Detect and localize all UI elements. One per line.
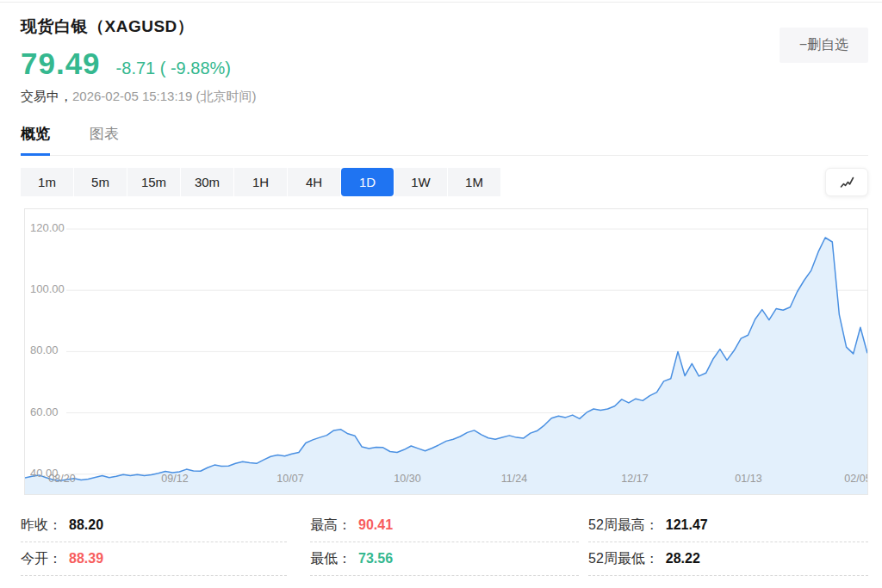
stat-52w-high: 52周最高： 121.47 — [588, 509, 868, 542]
x-axis-label: 10/07 — [276, 473, 303, 485]
y-axis-label: 100.00 — [30, 282, 65, 295]
period-button-5m[interactable]: 5m — [74, 168, 127, 196]
stat-day-low: 最低： 73.56 — [310, 542, 579, 576]
last-price: 79.49 — [21, 46, 101, 81]
period-button-4H[interactable]: 4H — [288, 168, 340, 196]
trading-status: 交易中， — [21, 89, 72, 103]
period-button-1M[interactable]: 1M — [448, 168, 500, 196]
remove-watchlist-button[interactable]: −删自选 — [780, 28, 868, 63]
chart-style-button[interactable] — [825, 168, 868, 196]
chart-canvas — [25, 209, 867, 494]
period-button-1H[interactable]: 1H — [234, 168, 287, 196]
stat-open: 今开： 88.39 — [21, 542, 287, 576]
stat-day-high: 最高： 90.41 — [310, 509, 579, 542]
y-axis-label: 80.00 — [30, 344, 59, 356]
tab-图表[interactable]: 图表 — [90, 124, 119, 155]
tab-概览[interactable]: 概览 — [21, 124, 50, 155]
period-button-1m[interactable]: 1m — [21, 168, 73, 196]
instrument-title: 现货白银（XAGUSD） — [21, 15, 868, 38]
x-axis-label: 10/30 — [394, 473, 420, 485]
quote-stats: 昨收： 88.20 今开： 88.39 最高： 90.41 最低： 73.56 … — [21, 509, 868, 576]
period-selector: 1m5m15m30m1H4H1D1W1M — [21, 168, 868, 196]
period-button-15m[interactable]: 15m — [127, 168, 180, 196]
x-axis-label: 08/20 — [48, 473, 75, 485]
quote-timestamp: 2026-02-05 15:13:19 (北京时间) — [72, 89, 256, 103]
price-change: -8.71 ( -9.88%) — [116, 59, 231, 78]
price-area-chart[interactable]: 40.0060.0080.00100.00120.0008/2009/1210/… — [24, 208, 868, 495]
view-tabs: 概览图表 — [21, 124, 868, 156]
period-button-1W[interactable]: 1W — [394, 168, 447, 196]
x-axis-label: 12/17 — [621, 473, 648, 485]
period-toolbar: 1m5m15m30m1H4H1D1W1M — [21, 168, 868, 196]
instrument-header: 现货白银（XAGUSD） −删自选 79.49 -8.71 ( -9.88%) … — [0, 0, 882, 105]
x-axis-label: 02/05 — [844, 473, 868, 485]
y-axis-label: 120.00 — [30, 221, 65, 234]
period-button-30m[interactable]: 30m — [181, 168, 233, 196]
line-chart-icon — [839, 176, 855, 189]
x-axis-label: 01/13 — [735, 473, 761, 485]
stat-prev-close: 昨收： 88.20 — [21, 509, 287, 542]
period-button-1D[interactable]: 1D — [341, 168, 394, 196]
stat-52w-low: 52周最低： 28.22 — [588, 542, 868, 576]
x-axis-label: 11/24 — [501, 473, 527, 485]
x-axis-label: 09/12 — [161, 473, 188, 485]
y-axis-label: 60.00 — [30, 405, 59, 418]
